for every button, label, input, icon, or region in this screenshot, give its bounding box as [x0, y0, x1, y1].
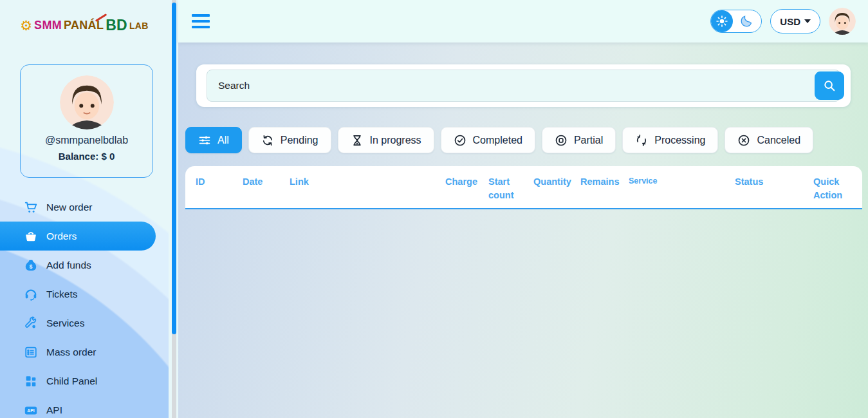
filter-tab-pending[interactable]: Pending — [248, 127, 331, 153]
sidebar-item-api[interactable]: API API — [0, 395, 169, 418]
svg-text:API: API — [27, 408, 35, 413]
filter-tab-all[interactable]: All — [185, 127, 242, 153]
money-bag-icon: $ — [23, 258, 39, 272]
search-card — [196, 64, 851, 107]
status-filter-tabs: All Pending — [185, 127, 851, 153]
filter-tab-completed[interactable]: Completed — [441, 127, 535, 153]
sidebar: ⚙ SMM PANÁL BD LAB @smmpanelbdlab Balanc… — [0, 0, 169, 418]
profile-username: @smmpanelbdlab — [21, 135, 152, 146]
sidebar-item-child-panel[interactable]: Child Panel — [0, 366, 169, 395]
column-header-start-count[interactable]: Start count — [488, 175, 533, 208]
profile-avatar[interactable] — [60, 75, 114, 129]
profile-card: @smmpanelbdlab Balance: $ 0 — [20, 64, 153, 178]
sidebar-item-new-order[interactable]: New order — [0, 193, 169, 222]
filter-tab-label: Pending — [281, 135, 319, 146]
sidebar-item-label: Orders — [46, 231, 77, 242]
logo-text-smm: SMM — [34, 19, 62, 32]
wrench-gear-icon — [23, 316, 39, 330]
logo-text-lab: LAB — [129, 21, 149, 31]
column-header-link[interactable]: Link — [290, 175, 445, 208]
search-button[interactable] — [815, 71, 844, 100]
svg-text:$: $ — [30, 263, 33, 269]
sidebar-item-services[interactable]: Services — [0, 309, 169, 337]
sidebar-item-add-funds[interactable]: $ Add funds — [0, 251, 169, 280]
hamburger-menu-icon[interactable] — [192, 14, 210, 28]
column-header-charge[interactable]: Charge — [445, 175, 488, 208]
cart-icon — [23, 200, 39, 214]
brand-logo[interactable]: ⚙ SMM PANÁL BD LAB — [0, 0, 169, 34]
column-header-id[interactable]: ID — [196, 175, 243, 208]
column-header-remains[interactable]: Remains — [580, 175, 629, 208]
logo-text-bd: BD — [106, 17, 127, 34]
sidebar-nav: New order Orders $ Add funds — [0, 193, 169, 418]
sidebar-scrollbar-thumb[interactable] — [172, 3, 176, 334]
topbar-right-group: USD — [710, 0, 856, 43]
column-header-status[interactable]: Status — [735, 175, 813, 208]
sidebar-item-label: Services — [46, 318, 84, 329]
profile-balance: Balance: $ 0 — [21, 151, 152, 162]
filter-tab-label: Processing — [654, 135, 705, 146]
currency-label: USD — [780, 16, 800, 27]
list-icon — [23, 345, 39, 359]
filter-tab-partial[interactable]: Partial — [542, 127, 616, 153]
x-circle-icon — [737, 134, 750, 147]
currency-dropdown[interactable]: USD — [770, 9, 820, 33]
column-header-quantity[interactable]: Quantity — [533, 175, 580, 208]
moon-icon[interactable] — [739, 14, 753, 28]
sun-icon[interactable] — [711, 10, 733, 32]
search-input[interactable] — [207, 70, 840, 102]
sliders-icon — [198, 134, 211, 147]
topbar: USD — [178, 0, 868, 43]
column-header-service[interactable]: Service — [629, 175, 735, 208]
filter-tab-in-progress[interactable]: In progress — [338, 127, 434, 153]
sidebar-item-mass-order[interactable]: Mass order — [0, 337, 169, 366]
refresh-icon — [261, 134, 274, 147]
sidebar-item-label: Child Panel — [46, 375, 97, 387]
theme-toggle[interactable] — [710, 10, 762, 33]
sidebar-item-label: Add funds — [46, 260, 91, 271]
filter-tab-label: All — [217, 135, 229, 146]
basket-icon — [23, 229, 39, 243]
sidebar-item-label: Tickets — [46, 289, 78, 300]
chevron-down-icon — [804, 19, 811, 23]
record-circle-icon — [555, 134, 568, 147]
filter-tab-label: In progress — [370, 135, 421, 146]
filter-tab-processing[interactable]: Processing — [622, 127, 718, 153]
filter-tab-canceled[interactable]: Canceled — [725, 127, 813, 153]
orders-table-header: ID Date Link Charge Start count Quantity… — [185, 166, 862, 209]
gear-logo-icon: ⚙ — [20, 19, 32, 32]
sidebar-item-tickets[interactable]: Tickets — [0, 280, 169, 309]
grid-icon — [23, 374, 39, 388]
hourglass-icon — [351, 134, 364, 147]
search-icon — [822, 79, 836, 93]
filter-tab-label: Canceled — [757, 135, 800, 146]
sidebar-item-label: Mass order — [46, 347, 97, 358]
filter-tab-label: Partial — [574, 135, 603, 146]
user-avatar[interactable] — [829, 8, 856, 35]
spin-arrows-icon — [635, 134, 648, 147]
sidebar-item-orders[interactable]: Orders — [0, 222, 156, 251]
content-area: All Pending — [178, 43, 868, 209]
filter-tab-label: Completed — [473, 135, 522, 146]
api-badge-icon: API — [23, 403, 39, 417]
helmet-icon — [23, 287, 39, 301]
check-circle-icon — [454, 134, 466, 147]
sidebar-item-label: API — [46, 404, 62, 416]
column-header-date[interactable]: Date — [243, 175, 290, 208]
main-area: USD — [178, 0, 868, 418]
sidebar-item-label: New order — [46, 202, 93, 213]
column-header-quick-action[interactable]: Quick Action — [813, 175, 858, 208]
